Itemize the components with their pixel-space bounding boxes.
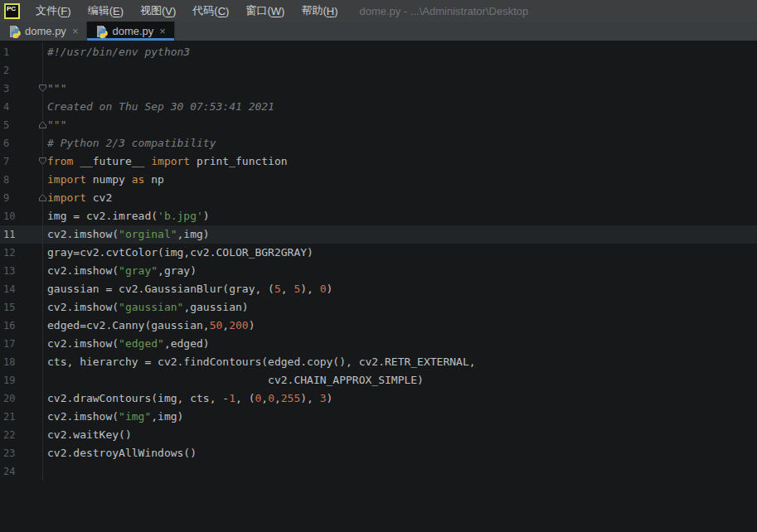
code-text-15: cv2.imshow("gaussian",gaussian) [43,298,249,317]
code-line-3[interactable]: 3 """ [0,80,757,98]
gutter-5[interactable]: 5 [0,116,43,134]
code-line-16[interactable]: 16edged=cv2.Canny(gaussian,50,200) [0,317,757,335]
code-line-5[interactable]: 5 """ [0,116,757,134]
code-line-11[interactable]: 11cv2.imshow("orginal",img) [0,225,757,244]
menu-help[interactable]: 帮助(H) [293,0,346,22]
fold-end-icon[interactable] [38,120,47,129]
gutter-22[interactable]: 22 [0,426,43,444]
gutter-23[interactable]: 23 [0,444,43,462]
gutter-15[interactable]: 15 [0,298,43,317]
code-text-14: gaussian = cv2.GaussianBlur(gray, (5, 5)… [43,280,332,298]
menu-view[interactable]: 视图(V) [132,0,184,22]
gutter-14[interactable]: 14 [0,280,43,298]
line-number-2: 2 [0,65,9,76]
code-line-22[interactable]: 22cv2.waitKey() [0,426,757,444]
line-number-12: 12 [0,247,15,259]
line-number-13: 13 [0,265,15,277]
gutter-19[interactable]: 19 [0,371,43,389]
code-line-9[interactable]: 9 import cv2 [0,189,757,207]
line-number-9: 9 [0,192,9,204]
title-bar: PC 文件(F)编辑(E)视图(V)代码(C)窗口(W)帮助(H) dome.p… [0,0,757,22]
code-line-1[interactable]: 1#!/usr/bin/env python3 [0,43,757,61]
fold-start-icon[interactable] [38,84,47,93]
line-number-16: 16 [0,320,15,331]
code-line-21[interactable]: 21cv2.imshow("img",img) [0,408,757,426]
gutter-6[interactable]: 6 [0,134,43,152]
code-text-24 [43,462,47,481]
line-number-10: 10 [0,210,15,222]
gutter-16[interactable]: 16 [0,317,43,335]
code-line-2[interactable]: 2 [0,61,757,80]
pycharm-window: PC 文件(F)编辑(E)视图(V)代码(C)窗口(W)帮助(H) dome.p… [0,0,757,532]
gutter-17[interactable]: 17 [0,335,43,353]
line-number-19: 19 [0,375,15,386]
line-number-21: 21 [0,411,15,423]
code-line-13[interactable]: 13cv2.imshow("gray",gray) [0,262,757,280]
gutter-21[interactable]: 21 [0,408,43,426]
line-number-18: 18 [0,356,15,368]
python-file-icon [95,25,108,38]
code-line-24[interactable]: 24 [0,462,757,481]
tab-label: dome.py [25,25,66,37]
line-number-7: 7 [0,156,9,167]
code-text-16: edged=cv2.Canny(gaussian,50,200) [43,317,255,335]
code-line-14[interactable]: 14gaussian = cv2.GaussianBlur(gray, (5, … [0,280,757,298]
menu-edit[interactable]: 编辑(E) [80,0,132,22]
gutter-2[interactable]: 2 [0,61,43,80]
line-number-1: 1 [0,46,9,58]
tab-label: dome.py [112,25,153,37]
code-line-4[interactable]: 4Created on Thu Sep 30 07:53:41 2021 [0,98,757,116]
menu-code[interactable]: 代码(C) [184,0,237,22]
code-text-9: import cv2 [43,189,112,207]
gutter-4[interactable]: 4 [0,98,43,116]
code-line-7[interactable]: 7 from __future__ import print_function [0,152,757,171]
code-text-23: cv2.destroyAllWindows() [43,444,197,462]
pycharm-logo-text: PC [6,5,18,17]
editor-tab-2[interactable]: dome.py× [87,22,174,41]
gutter-3[interactable]: 3 [0,80,43,98]
tab-close-icon[interactable]: × [70,26,80,36]
code-text-19: cv2.CHAIN_APPROX_SIMPLE) [43,371,424,389]
tab-close-icon[interactable]: × [158,26,167,36]
code-line-6[interactable]: 6# Python 2/3 compatibility [0,134,757,152]
code-line-12[interactable]: 12gray=cv2.cvtColor(img,cv2.COLOR_BGR2GR… [0,244,757,262]
gutter-12[interactable]: 12 [0,244,43,262]
code-line-18[interactable]: 18cts, hierarchy = cv2.findContours(edge… [0,353,757,371]
code-line-10[interactable]: 10img = cv2.imread('b.jpg') [0,207,757,225]
code-text-8: import numpy as np [43,171,164,189]
code-text-2 [43,61,47,80]
code-line-20[interactable]: 20cv2.drawContours(img, cts, -1, (0,0,25… [0,389,757,408]
window-title: dome.py - ...\Administrator\Desktop [359,5,528,17]
gutter-9[interactable]: 9 [0,189,43,207]
code-line-8[interactable]: 8import numpy as np [0,171,757,189]
fold-end-icon[interactable] [38,193,47,202]
code-line-15[interactable]: 15cv2.imshow("gaussian",gaussian) [0,298,757,317]
editor-tab-1[interactable]: dome.py× [0,22,87,41]
gutter-24[interactable]: 24 [0,462,43,481]
line-number-3: 3 [0,83,9,94]
gutter-20[interactable]: 20 [0,389,43,408]
line-number-14: 14 [0,283,15,295]
line-number-20: 20 [0,393,15,404]
menu-window[interactable]: 窗口(W) [237,0,293,22]
gutter-13[interactable]: 13 [0,262,43,280]
code-editor[interactable]: 1#!/usr/bin/env python323 """4Created on… [0,41,757,532]
code-line-17[interactable]: 17cv2.imshow("edged",edged) [0,335,757,353]
line-number-17: 17 [0,338,15,350]
gutter-1[interactable]: 1 [0,43,43,61]
gutter-8[interactable]: 8 [0,171,43,189]
gutter-7[interactable]: 7 [0,152,43,171]
gutter-11[interactable]: 11 [0,225,43,244]
pycharm-logo-icon: PC [4,3,20,19]
code-line-19[interactable]: 19 cv2.CHAIN_APPROX_SIMPLE) [0,371,757,389]
code-text-18: cts, hierarchy = cv2.findContours(edged.… [43,353,476,371]
menu-file[interactable]: 文件(F) [27,0,80,22]
line-number-15: 15 [0,302,15,313]
menu-bar: 文件(F)编辑(E)视图(V)代码(C)窗口(W)帮助(H) [27,0,346,22]
gutter-18[interactable]: 18 [0,353,43,371]
gutter-10[interactable]: 10 [0,207,43,225]
editor-tab-bar: dome.py× dome.py× [0,22,757,41]
code-text-1: #!/usr/bin/env python3 [43,43,190,61]
code-line-23[interactable]: 23cv2.destroyAllWindows() [0,444,757,462]
fold-start-icon[interactable] [38,157,47,166]
